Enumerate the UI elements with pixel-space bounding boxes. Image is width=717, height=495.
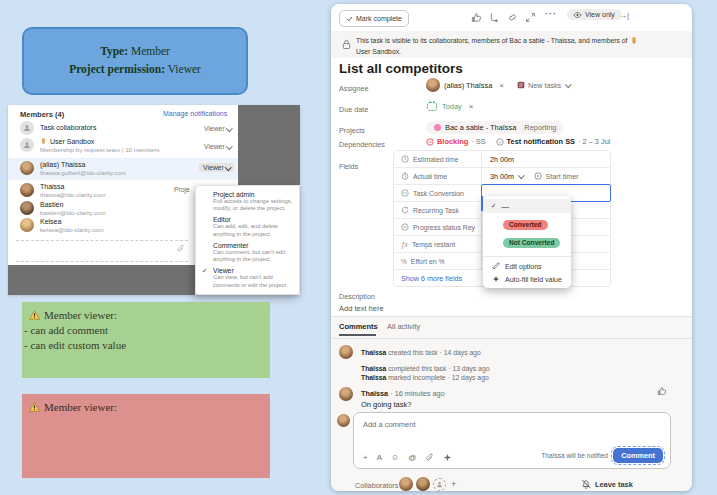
comment-submit-button[interactable]: Comment: [613, 448, 663, 463]
role-value: Viewer: [203, 164, 224, 171]
role-option-desc: Can comment, but can't edit anything in …: [213, 249, 293, 263]
project-value[interactable]: Bac a sable - Thaïssa Reporting: [426, 121, 564, 134]
chevron-down-icon: [518, 172, 524, 178]
task-title[interactable]: List all competitors: [339, 61, 463, 76]
divider: [16, 240, 188, 241]
permission-label: Project permission:: [69, 63, 165, 75]
mention-icon[interactable]: @: [408, 453, 416, 462]
avatar: [20, 201, 34, 215]
field-row-estimated-time[interactable]: Estimated time 2h 00m: [394, 151, 610, 168]
like-comment-button[interactable]: [657, 386, 667, 396]
dimmed-backdrop: [8, 265, 195, 295]
team-avatar-icon: [20, 138, 34, 152]
chevron-down-icon: [565, 81, 571, 87]
mark-complete-button[interactable]: Mark complete: [339, 10, 409, 27]
blocking-dependency[interactable]: Blocking · SS: [426, 137, 486, 146]
role-option-commenter[interactable]: Commenter Can comment, but can't edit an…: [196, 240, 299, 265]
member-name: (alias) Thaissa: [40, 161, 126, 168]
field-row-actual-time[interactable]: Actual time 3h 00m Start timer: [394, 168, 610, 185]
member-row-bastien[interactable]: Bastien bastien@ido-clarity.com: [20, 201, 106, 216]
role-option-editor[interactable]: Editor Can add, edit, and delete anythin…: [196, 214, 299, 239]
comment-composer[interactable]: Add a comment + A ☺ @ Thaïssa will be no…: [353, 412, 671, 469]
sandbox-icon: [630, 37, 638, 45]
type-label: Type:: [100, 45, 128, 57]
more-options-button[interactable]: ···: [545, 9, 557, 19]
play-icon: [534, 172, 542, 180]
copy-link-button[interactable]: [507, 12, 518, 23]
role-option-desc: Full access to change settings, modify, …: [213, 198, 293, 212]
assignee-value[interactable]: (alias) Thaïssa × New tasks: [426, 78, 571, 92]
role-select-task-collaborators[interactable]: Viewer: [204, 125, 240, 132]
description-input[interactable]: Add text here: [339, 304, 384, 313]
member-email: thaissa.guibert@ido-clarity.com: [40, 169, 126, 176]
member-row-thaissa[interactable]: Thaissa thaissa@ido-clarity.com: [20, 183, 105, 198]
my-tasks-icon: [517, 81, 525, 89]
add-subtask-button[interactable]: [489, 12, 500, 23]
role-select-user-sandbox[interactable]: Viewer: [204, 143, 240, 150]
member-row-alias-thaissa[interactable]: (alias) Thaissa thaissa.guibert@ido-clar…: [20, 161, 126, 176]
plus-icon[interactable]: +: [451, 479, 456, 489]
dependency-task[interactable]: Test notification SS · 2 – 3 Jul: [496, 137, 611, 146]
avatar: [339, 387, 353, 401]
blocked-icon: [426, 138, 434, 146]
assignee-section[interactable]: New tasks: [517, 81, 571, 90]
option-not-converted[interactable]: Not Converted: [503, 238, 560, 248]
description-label: Description: [339, 292, 375, 301]
attachment-icon[interactable]: [176, 244, 185, 253]
check-icon: ✓: [491, 202, 496, 210]
comments-section: Comments All activity Thaïssa created th…: [331, 316, 692, 491]
remove-assignee-icon[interactable]: ×: [499, 81, 504, 90]
option-converted[interactable]: Converted: [503, 220, 548, 230]
avatar[interactable]: [399, 477, 413, 491]
due-date-value[interactable]: Today ×: [426, 100, 473, 112]
text-format-icon[interactable]: A: [377, 453, 382, 462]
group-avatar-icon: [20, 121, 34, 135]
view-only-badge[interactable]: View only: [567, 9, 622, 20]
add-collaborator-button[interactable]: [433, 478, 446, 491]
tab-comments[interactable]: Comments: [339, 322, 378, 331]
none-option-label: —: [501, 202, 509, 211]
role-value: Viewer: [204, 143, 225, 150]
role-option-project-admin[interactable]: Project admin Full access to change sett…: [196, 189, 299, 214]
tab-all-activity[interactable]: All activity: [387, 322, 420, 331]
stopwatch-icon: [401, 172, 409, 180]
note-line: - can edit custom value: [24, 339, 270, 351]
role-option-viewer-selected[interactable]: ✓ Viewer Can view, but can't add comment…: [196, 265, 299, 290]
avatar: [426, 78, 440, 92]
like-button[interactable]: [471, 12, 482, 23]
check-icon: ✓: [202, 267, 207, 275]
ai-sparkle-icon[interactable]: [443, 453, 452, 462]
member-row-user-sandbox[interactable]: User Sandbox Membership by request team …: [20, 138, 160, 153]
option-none-selected[interactable]: ✓ —: [483, 199, 571, 213]
comment-input[interactable]: Add a comment: [363, 420, 416, 429]
autofill-field-button[interactable]: Auto-fill field value: [483, 270, 571, 283]
member-row-kelsea[interactable]: Kelsea kelsea@ido-clarity.com: [20, 218, 104, 233]
check-icon: [346, 15, 353, 22]
warning-icon: [29, 310, 40, 320]
project-section[interactable]: Reporting: [524, 123, 556, 132]
role-option-label: Editor: [213, 216, 293, 223]
collapse-panel-icon[interactable]: →|: [619, 11, 629, 20]
start-timer-button[interactable]: Start timer: [534, 172, 578, 181]
assignee-name: (alias) Thaïssa: [444, 81, 492, 90]
projects-label: Projects: [339, 126, 365, 135]
paperclip-icon[interactable]: [425, 453, 434, 462]
type-value: Member: [128, 45, 170, 57]
show-more-fields-link[interactable]: Show 6 more fields: [394, 274, 462, 283]
member-row-task-collaborators[interactable]: Task collaborators: [20, 121, 96, 135]
add-attachment-icon[interactable]: +: [363, 453, 368, 462]
role-option-label: Project admin: [213, 191, 293, 198]
avatar[interactable]: [416, 477, 430, 491]
role-value: Viewer: [204, 125, 225, 132]
remove-due-date-icon[interactable]: ×: [469, 102, 474, 111]
divider: [331, 338, 692, 339]
activity-entry: Thaïssa created this task · 14 days ago: [361, 349, 481, 356]
fullscreen-button[interactable]: [525, 12, 536, 23]
edit-options-button[interactable]: Edit options: [483, 257, 571, 270]
manage-notifications-link[interactable]: Manage notifications: [163, 110, 227, 117]
percent-icon: %: [401, 258, 407, 265]
leave-task-button[interactable]: Leave task: [581, 479, 633, 489]
visibility-banner: This task is visible to its collaborator…: [331, 31, 692, 58]
emoji-icon[interactable]: ☺: [391, 453, 399, 462]
role-select-open[interactable]: Viewer: [199, 163, 234, 172]
